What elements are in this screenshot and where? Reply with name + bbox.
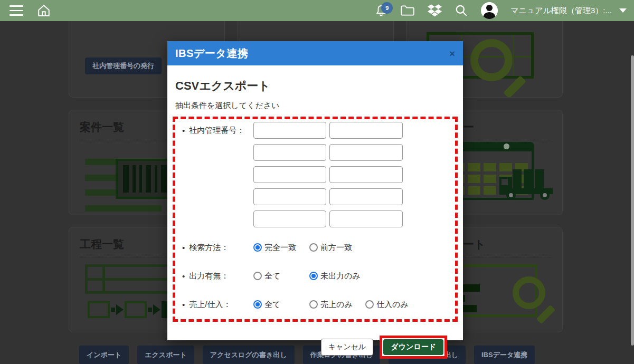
vertical-scrollbar-thumb[interactable] [631,55,634,346]
search-icon[interactable] [455,4,468,17]
home-icon[interactable] [37,4,51,17]
modal-footer: キャンセル ダウンロード [175,322,455,359]
output-status-label: 出力有無： [182,267,253,284]
kanri-input-5-start[interactable] [253,210,326,227]
kanri-input-3-start[interactable] [253,166,326,183]
ibs-data-link-button[interactable]: IBSデータ連携 [474,346,535,364]
ibs-data-link-modal: IBSデータ連携 × CSVエクスポート 抽出条件を選択してください 社内管理番… [167,41,463,340]
magnifier-icon [513,276,545,309]
radio-unselected-icon [253,272,262,280]
magnifier-icon [470,39,513,81]
screen: 9 [0,0,634,364]
modal-body: CSVエクスポート 抽出条件を選択してください 社内管理番号： [167,78,463,359]
notification-count-badge: 9 [381,2,393,14]
account-label: マニュアル権限（管理3）:... [510,6,612,16]
radio-selected-icon [253,243,262,252]
modal-header: IBSデータ連携 × [167,41,463,65]
sales-purchase-label: 売上/仕入： [182,296,253,313]
kanri-input-1-end[interactable] [329,122,403,139]
radio-option-all[interactable]: 全て [253,300,309,310]
radio-option-unoutput-only[interactable]: 未出力のみ [309,271,361,281]
radio-selected-icon [309,272,318,280]
card-title: 案件一覧 [80,120,124,135]
dropbox-icon[interactable] [428,4,442,17]
grid-table-icon [85,264,175,294]
condition-instruction: 抽出条件を選択してください [175,101,455,111]
issue-management-number-button[interactable]: 社内管理番号の発行 [85,58,162,74]
kanri-input-4-start[interactable] [253,188,326,205]
top-bar: 9 [0,0,634,21]
radio-option-all-output[interactable]: 全て [253,271,309,281]
folder-icon[interactable] [400,4,415,17]
kanri-input-4-end[interactable] [329,188,403,205]
output-status-row: 出力有無： 全て 未出力のみ [182,267,448,284]
radio-option-exact-match[interactable]: 完全一致 [253,243,309,253]
caret-down-icon [619,8,627,13]
notifications-bell-icon[interactable]: 9 [375,4,387,17]
card-title: 工程一覧 [80,237,124,252]
kanri-input-2-start[interactable] [253,144,326,161]
kanri-input-5-end[interactable] [329,210,403,227]
close-icon[interactable]: × [449,49,455,59]
kanri-input-3-end[interactable] [329,166,403,183]
sales-purchase-row: 売上/仕入： 全て 売上のみ 仕入のみ [182,296,448,313]
radio-unselected-icon [365,300,374,309]
search-method-label: 検索方法： [182,239,253,256]
user-avatar[interactable] [481,2,498,19]
kanri-input-1-start[interactable] [253,122,326,139]
search-method-row: 検索方法： 完全一致 前方一致 [182,239,448,256]
hamburger-menu-icon[interactable] [10,5,23,16]
modal-title: IBSデータ連携 [175,46,248,61]
account-menu[interactable]: マニュアル権限（管理3）:... [510,6,627,16]
download-annotation-frame: ダウンロード [380,336,447,359]
management-number-label: 社内管理番号： [182,122,253,139]
radio-selected-icon [253,300,262,309]
radio-unselected-icon [309,243,318,252]
condition-annotation-box: 社内管理番号： [173,117,458,322]
kanri-input-2-end[interactable] [329,144,403,161]
radio-option-sales-only[interactable]: 売上のみ [309,300,365,310]
radio-option-prefix-match[interactable]: 前方一致 [309,243,352,253]
csv-export-heading: CSVエクスポート [175,78,455,94]
radio-option-purchase-only[interactable]: 仕入のみ [365,300,409,310]
cancel-button[interactable]: キャンセル [321,339,374,356]
radio-unselected-icon [309,300,318,309]
management-number-row: 社内管理番号： [182,122,448,227]
download-button[interactable]: ダウンロード [383,339,443,355]
import-button[interactable]: インポート [79,346,129,364]
truck-icon [513,169,544,188]
